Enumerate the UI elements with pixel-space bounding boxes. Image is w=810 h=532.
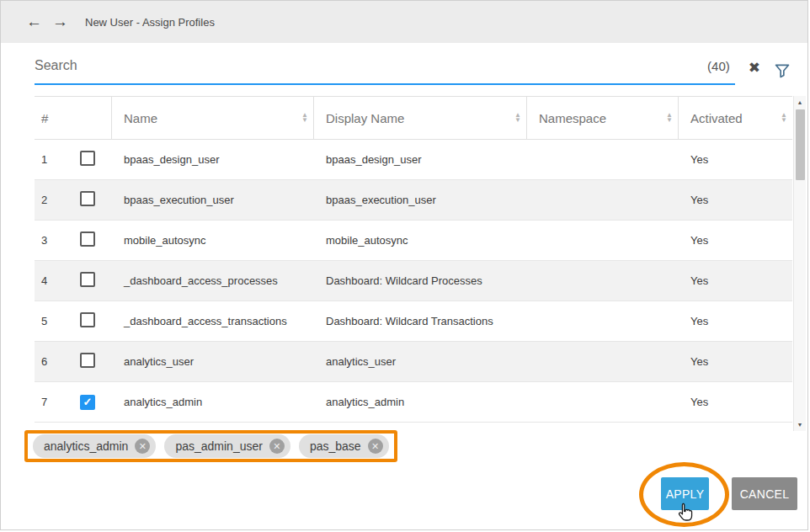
checkbox-unchecked[interactable] [80,191,95,206]
row-name: mobile_autosync [112,234,314,247]
search-placeholder: Search [35,58,77,73]
table-row[interactable]: 5_dashboard_access_transactionsDashboard… [35,301,792,342]
table-row[interactable]: 7✓analytics_adminanalytics_adminYes [35,382,792,423]
remove-chip-icon[interactable]: ✕ [135,439,150,454]
chip-label: pas_admin_user [175,439,263,453]
scrollbar-thumb[interactable] [796,109,805,180]
checkbox-checked[interactable]: ✓ [80,395,95,410]
selected-profile-chip[interactable]: analytics_admin✕ [33,434,156,458]
row-number: 2 [35,194,78,206]
table-scrollbar[interactable]: ▲ ▼ [793,96,806,431]
row-display-name: analytics_user [314,355,527,368]
table-row[interactable]: 3mobile_autosyncmobile_autosyncYes [35,221,792,261]
row-number: 1 [35,153,78,166]
checkbox-unchecked[interactable] [80,231,95,247]
scroll-down-icon[interactable]: ▼ [794,418,806,431]
forward-arrow-icon[interactable]: → [52,13,68,31]
chip-label: pas_base [310,439,361,453]
back-arrow-icon[interactable]: ← [26,13,42,31]
row-name: bpaas_design_user [112,153,314,166]
row-checkbox-cell [78,231,112,249]
remove-chip-icon[interactable]: ✕ [269,439,285,454]
row-checkbox-cell: ✓ [78,395,112,410]
row-display-name: bpaas_execution_user [314,194,527,206]
row-checkbox-cell [78,191,112,209]
row-activated: Yes [679,355,792,368]
row-name: analytics_admin [112,396,314,408]
table-row[interactable]: 4_dashboard_access_processesDashboard: W… [35,261,792,301]
row-name: bpaas_execution_user [112,194,314,206]
scroll-up-icon[interactable]: ▲ [794,96,806,109]
profiles-table: #Name▲▼Display Name▲▼Namespace▲▼Activate… [35,96,792,423]
search-input[interactable]: Search (40) [35,48,735,85]
selected-profile-chip[interactable]: pas_admin_user✕ [164,434,290,458]
row-activated: Yes [679,153,792,166]
result-count-badge: (40) [707,59,730,73]
row-display-name: bpaas_design_user [314,153,527,166]
sort-arrows-icon[interactable]: ▲▼ [514,113,521,123]
row-activated: Yes [679,234,792,247]
row-activated: Yes [679,194,792,206]
row-display-name: mobile_autosync [314,234,527,247]
checkbox-unchecked[interactable] [80,353,95,368]
checkbox-unchecked[interactable] [80,272,95,287]
sort-arrows-icon[interactable]: ▲▼ [301,113,308,123]
table-row[interactable]: 1bpaas_design_userbpaas_design_userYes [35,140,792,180]
row-display-name: Dashboard: Wildcard Transactions [314,315,527,327]
checkbox-unchecked[interactable] [80,151,95,166]
table-row[interactable]: 6analytics_useranalytics_userYes [35,342,792,382]
apply-button[interactable]: APPLY [661,477,709,510]
row-number: 4 [35,274,78,287]
checkbox-unchecked[interactable] [80,312,95,327]
column-header-checkbox [78,97,112,139]
row-display-name: analytics_admin [314,396,527,408]
dialog-header: ← → New User - Assign Profiles [1,1,807,43]
row-activated: Yes [679,396,792,408]
row-number: 5 [35,315,78,327]
sort-arrows-icon[interactable]: ▲▼ [781,113,787,123]
row-activated: Yes [679,274,792,287]
row-checkbox-cell [78,353,112,370]
column-header-display-name[interactable]: Display Name▲▼ [314,97,527,139]
row-activated: Yes [679,315,792,327]
assign-profiles-dialog: ← → New User - Assign Profiles Search (4… [0,0,808,530]
annotation-chips-highlight: analytics_admin✕pas_admin_user✕pas_base✕ [24,430,397,462]
filter-icon[interactable] [774,62,791,79]
selected-profiles-list: analytics_admin✕pas_admin_user✕pas_base✕ [33,434,389,458]
table-header-row: #Name▲▼Display Name▲▼Namespace▲▼Activate… [35,96,792,140]
row-name: _dashboard_access_processes [112,274,314,287]
selected-profile-chip[interactable]: pas_base✕ [299,434,389,458]
row-name: analytics_user [112,355,314,368]
chip-label: analytics_admin [44,439,128,453]
row-number: 7 [35,396,78,408]
column-header-num: # [35,97,78,139]
table-body: 1bpaas_design_userbpaas_design_userYes2b… [35,140,792,423]
row-checkbox-cell [78,151,112,168]
remove-chip-icon[interactable]: ✕ [368,439,383,454]
row-display-name: Dashboard: Wildcard Processes [314,274,527,287]
column-header-namespace[interactable]: Namespace▲▼ [527,97,679,139]
row-name: _dashboard_access_transactions [112,315,314,327]
sort-arrows-icon[interactable]: ▲▼ [666,113,673,123]
table-row[interactable]: 2bpaas_execution_userbpaas_execution_use… [35,180,792,221]
column-header-name[interactable]: Name▲▼ [112,97,314,139]
row-number: 3 [35,234,78,247]
row-checkbox-cell [78,312,112,330]
column-header-activated[interactable]: Activated▲▼ [679,97,792,139]
page-title: New User - Assign Profiles [85,16,215,29]
search-bar: Search (40) ✖ [35,43,807,85]
row-checkbox-cell [78,272,112,290]
cancel-button[interactable]: CANCEL [732,477,797,510]
clear-search-icon[interactable]: ✖ [749,59,760,77]
row-number: 6 [35,355,78,368]
